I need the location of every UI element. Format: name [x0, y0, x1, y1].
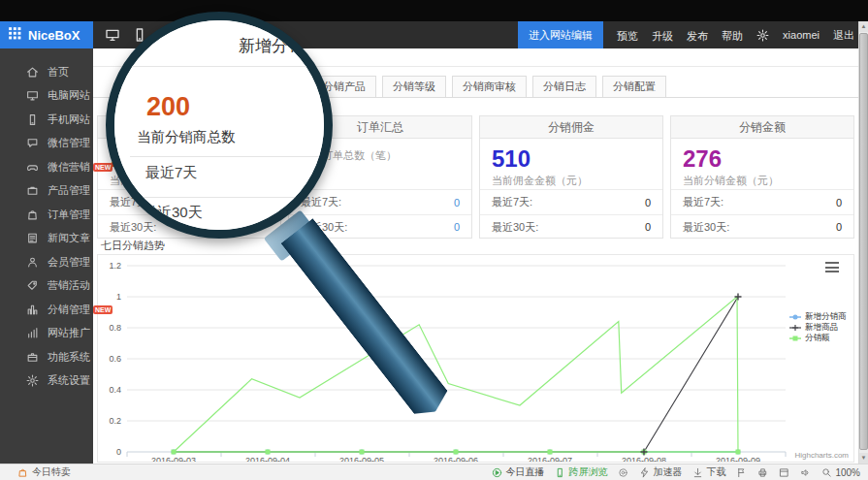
- svg-text:2016-09-05: 2016-09-05: [339, 456, 384, 462]
- sidebar-item-label: 系统设置: [48, 373, 90, 388]
- magnified-divider: [126, 66, 324, 67]
- enter-site-editor-button[interactable]: 进入网站编辑: [518, 21, 603, 48]
- gear-icon[interactable]: [756, 29, 769, 42]
- status-tool-1[interactable]: 今日直播: [492, 465, 544, 479]
- tab-4[interactable]: 分销日志: [532, 76, 596, 98]
- card-row-value[interactable]: 0: [645, 197, 651, 208]
- sidebar-item-label: 首页: [48, 65, 69, 80]
- topbar-actions: 进入网站编辑 预览升级发布帮助 xiaomei 退出: [518, 21, 854, 48]
- legend-item-1[interactable]: 新增分销商: [789, 311, 847, 322]
- magnified-divider: [126, 197, 324, 198]
- settings-icon: [756, 29, 769, 42]
- username[interactable]: xiaomei: [783, 29, 820, 41]
- sidebar-item-4[interactable]: 微信管理: [0, 132, 93, 156]
- card-row-value[interactable]: 0: [645, 221, 651, 233]
- sidebar-item-label: 电脑网站: [48, 88, 90, 103]
- card-row-value[interactable]: 0: [836, 197, 842, 208]
- legend-item-2[interactable]: 新增商品: [789, 322, 847, 333]
- topbar-link-3[interactable]: 帮助: [722, 30, 743, 42]
- card-title: 分销金额: [671, 116, 853, 139]
- sidebar-item-label: 分销管理: [48, 303, 90, 317]
- article-icon: [26, 232, 39, 244]
- home-icon: [26, 66, 39, 79]
- promotion-icon: [26, 327, 39, 339]
- sidebar-item-label: 订单管理: [48, 208, 90, 222]
- sidebar-item-8[interactable]: 新闻文章: [0, 227, 93, 251]
- card-row-value[interactable]: 0: [454, 221, 460, 233]
- sidebar-item-6[interactable]: 产品管理: [0, 179, 93, 204]
- svg-text:2016-09-09: 2016-09-09: [716, 456, 760, 462]
- sale-bag-icon: [17, 467, 28, 478]
- window-icon: [779, 467, 789, 478]
- svg-text:0.8: 0.8: [109, 323, 121, 333]
- sidebar-item-5[interactable]: 微信营销NEW: [0, 155, 93, 179]
- printer-icon: [757, 467, 768, 478]
- vertical-scrollbar[interactable]: ▲ ▼: [858, 21, 868, 464]
- tab-2[interactable]: 分销等级: [382, 76, 446, 98]
- sidebar-item-3[interactable]: 手机网站: [0, 108, 93, 132]
- status-tool-5[interactable]: 下载: [692, 465, 725, 479]
- marketing-icon: [26, 161, 39, 174]
- magnified-divider: [130, 156, 324, 157]
- card-row-label: 最近30天:: [492, 220, 538, 235]
- highcharts-credit[interactable]: Highcharts.com: [794, 451, 849, 460]
- distribution-icon: [26, 304, 39, 316]
- sidebar-nav: 首页电脑网站手机网站微信管理微信营销NEW产品管理订单管理新闻文章会员管理营销活…: [0, 48, 93, 464]
- monitor-icon: [105, 27, 120, 43]
- status-tool-4[interactable]: 加速器: [639, 465, 682, 479]
- status-tool-6[interactable]: [736, 467, 747, 478]
- sidebar-item-label: 微信管理: [48, 136, 90, 150]
- sidebar-item-12[interactable]: 网站推广: [0, 322, 93, 346]
- chart-menu-icon[interactable]: [825, 262, 839, 272]
- sidebar-item-label: 网站推广: [48, 326, 90, 340]
- sidebar-item-9[interactable]: 会员管理: [0, 250, 93, 274]
- scrollbar-thumb[interactable]: [859, 33, 868, 450]
- card-row-label: 最近7天:: [683, 195, 723, 209]
- status-tool-8[interactable]: [779, 467, 789, 478]
- legend-item-3[interactable]: 分销额: [789, 333, 847, 343]
- status-tool-2[interactable]: 跨屏浏览: [555, 465, 607, 479]
- status-tool-7[interactable]: [757, 467, 768, 478]
- sidebar-item-7[interactable]: 订单管理: [0, 203, 93, 227]
- sidebar-item-13[interactable]: 功能系统: [0, 345, 93, 369]
- sidebar-item-14[interactable]: 系统设置: [0, 369, 93, 394]
- tab-3[interactable]: 分销商审核: [452, 76, 527, 98]
- wechat-icon: [26, 137, 39, 149]
- scrollbar-up-arrow[interactable]: ▲: [859, 21, 868, 32]
- logo-block[interactable]: NiceBoX: [0, 21, 93, 48]
- sidebar-item-label: 微信营销: [48, 160, 90, 175]
- magnified-row-label: 最近7天: [145, 164, 197, 182]
- svg-text:0.6: 0.6: [109, 354, 121, 364]
- card-row-value[interactable]: 0: [836, 221, 842, 233]
- status-tool-9[interactable]: [800, 467, 811, 478]
- card-row: 最近30天:0: [671, 214, 853, 239]
- sidebar-item-2[interactable]: 电脑网站: [0, 84, 93, 109]
- sidebar-item-label: 产品管理: [48, 183, 90, 198]
- top-app-bar: NiceBoX 进入网站编辑 预览升级发布帮助 xiaomei 退出: [0, 21, 868, 48]
- grid-icon: [8, 26, 21, 44]
- scrollbar-down-arrow[interactable]: ▼: [859, 453, 868, 464]
- down-arrow-icon: [692, 467, 703, 478]
- chart-panel: 00.20.40.60.811.22016-09-032016-09-04201…: [97, 254, 854, 463]
- tab-5[interactable]: 分销配置: [602, 76, 666, 98]
- status-tool-3[interactable]: [618, 467, 628, 478]
- topbar-link-0[interactable]: 预览: [617, 30, 638, 42]
- new-badge: NEW: [93, 163, 113, 172]
- sidebar-item-1[interactable]: 首页: [0, 60, 93, 84]
- today-sale-item[interactable]: 今日特卖: [17, 465, 71, 479]
- topbar-link-2[interactable]: 发布: [687, 30, 708, 42]
- chart-legend: 新增分销商新增商品分销额: [789, 311, 847, 343]
- new-badge: NEW: [93, 305, 113, 314]
- svg-text:1: 1: [116, 292, 121, 302]
- card-row-label: 最近30天:: [683, 220, 729, 235]
- sidebar-item-10[interactable]: 营销活动: [0, 274, 93, 299]
- status-tool-10[interactable]: 100%: [821, 467, 860, 478]
- monitor-icon[interactable]: [105, 27, 120, 43]
- stat-card-3: 分销佣金510当前佣金金额（元）最近7天:0最近30天:0: [479, 115, 663, 239]
- card-row-value[interactable]: 0: [454, 197, 460, 208]
- member-icon: [26, 256, 39, 269]
- sidebar-item-11[interactable]: 分销管理NEW: [0, 298, 93, 322]
- status-tool-label: 跨屏浏览: [568, 465, 607, 479]
- topbar-link-1[interactable]: 升级: [652, 30, 673, 42]
- logout-link[interactable]: 退出: [833, 28, 854, 43]
